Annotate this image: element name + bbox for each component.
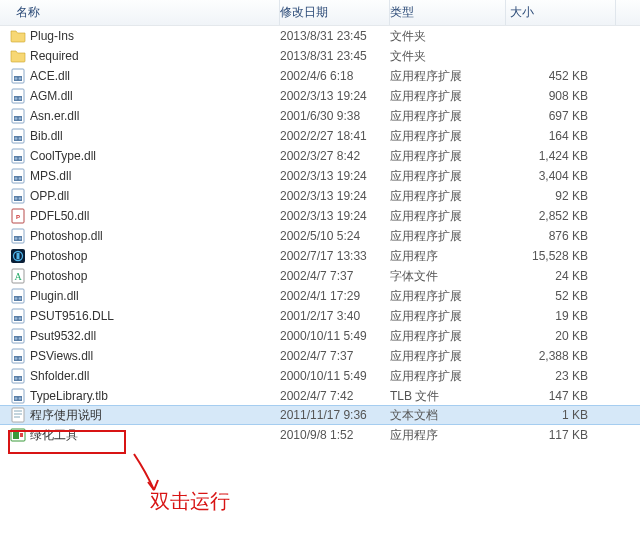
file-type-cell: 应用程序扩展 (390, 328, 506, 345)
svg-point-26 (15, 197, 18, 200)
svg-rect-36 (17, 253, 20, 259)
file-row[interactable]: OPP.dll2002/3/13 19:24应用程序扩展92 KB (0, 186, 640, 206)
file-date-cell: 2001/2/17 3:40 (280, 309, 390, 323)
file-name-cell: 程序使用说明 (6, 407, 280, 424)
file-row[interactable]: PSViews.dll2002/4/7 7:37应用程序扩展2,388 KB (0, 346, 640, 366)
file-row[interactable]: Photoshop2002/7/17 13:33应用程序15,528 KB (0, 246, 640, 266)
dll-icon (10, 108, 26, 124)
file-type-cell: TLB 文件 (390, 388, 506, 405)
svg-point-3 (19, 77, 22, 80)
file-name-label: 程序使用说明 (30, 407, 102, 424)
folder-icon (10, 28, 26, 44)
file-type-cell: 应用程序扩展 (390, 128, 506, 145)
dll-icon (10, 168, 26, 184)
file-name-label: TypeLibrary.tlb (30, 389, 108, 403)
file-row[interactable]: Shfolder.dll2000/10/11 5:49应用程序扩展23 KB (0, 366, 640, 386)
file-name-label: MPS.dll (30, 169, 71, 183)
file-name-label: CoolType.dll (30, 149, 96, 163)
dll-icon (10, 308, 26, 324)
file-type-cell: 应用程序扩展 (390, 348, 506, 365)
svg-point-61 (15, 397, 18, 400)
svg-rect-63 (12, 408, 24, 422)
svg-point-2 (15, 77, 18, 80)
svg-point-18 (15, 157, 18, 160)
file-row[interactable]: Plug-Ins2013/8/31 23:45文件夹 (0, 26, 640, 46)
file-type-cell: 应用程序扩展 (390, 188, 506, 205)
font-icon: A (10, 268, 26, 284)
file-row[interactable]: TypeLibrary.tlb2002/4/7 7:42TLB 文件147 KB (0, 386, 640, 406)
svg-point-57 (15, 377, 18, 380)
svg-point-41 (15, 297, 18, 300)
svg-point-10 (15, 117, 18, 120)
file-type-cell: 文件夹 (390, 28, 506, 45)
file-name-cell: Plug-Ins (6, 28, 280, 44)
file-row[interactable]: PPDFL50.dll2002/3/13 19:24应用程序扩展2,852 KB (0, 206, 640, 226)
file-size-cell: 1 KB (506, 408, 616, 422)
dll-icon (10, 388, 26, 404)
svg-point-54 (19, 357, 22, 360)
file-row[interactable]: APhotoshop2002/4/7 7:37字体文件24 KB (0, 266, 640, 286)
file-size-cell: 117 KB (506, 428, 616, 442)
file-type-cell: 应用程序扩展 (390, 88, 506, 105)
file-type-cell: 应用程序 (390, 248, 506, 265)
file-row[interactable]: Asn.er.dll2001/6/30 9:38应用程序扩展697 KB (0, 106, 640, 126)
file-name-cell: APhotoshop (6, 268, 280, 284)
file-name-cell: PSUT9516.DLL (6, 308, 280, 324)
file-date-cell: 2002/3/13 19:24 (280, 89, 390, 103)
file-row[interactable]: Required2013/8/31 23:45文件夹 (0, 46, 640, 66)
file-row[interactable]: CoolType.dll2002/3/27 8:42应用程序扩展1,424 KB (0, 146, 640, 166)
file-name-label: PSViews.dll (30, 349, 93, 363)
svg-point-32 (15, 237, 18, 240)
file-row[interactable]: 绿化工具2010/9/8 1:52应用程序117 KB (0, 425, 640, 445)
column-header-size[interactable]: 大小 (506, 0, 616, 25)
svg-point-45 (15, 317, 18, 320)
file-row[interactable]: PSUT9516.DLL2001/2/17 3:40应用程序扩展19 KB (0, 306, 640, 326)
svg-text:A: A (14, 271, 22, 282)
file-name-cell: Photoshop (6, 248, 280, 264)
svg-point-50 (19, 337, 22, 340)
file-name-cell: ACE.dll (6, 68, 280, 84)
file-name-label: Psut9532.dll (30, 329, 96, 343)
file-row[interactable]: Plugin.dll2002/4/1 17:29应用程序扩展52 KB (0, 286, 640, 306)
file-type-cell: 文件夹 (390, 48, 506, 65)
file-row[interactable]: ACE.dll2002/4/6 6:18应用程序扩展452 KB (0, 66, 640, 86)
file-name-cell: Plugin.dll (6, 288, 280, 304)
file-date-cell: 2002/4/7 7:37 (280, 349, 390, 363)
column-header-name[interactable]: 名称 (6, 0, 280, 25)
file-row[interactable]: AGM.dll2002/3/13 19:24应用程序扩展908 KB (0, 86, 640, 106)
column-header-type[interactable]: 类型 (390, 0, 506, 25)
file-name-cell: AGM.dll (6, 88, 280, 104)
svg-point-58 (19, 377, 22, 380)
file-date-cell: 2002/3/13 19:24 (280, 189, 390, 203)
dll-icon (10, 288, 26, 304)
file-date-cell: 2002/3/27 8:42 (280, 149, 390, 163)
file-date-cell: 2011/11/17 9:36 (280, 408, 390, 422)
file-row[interactable]: MPS.dll2002/3/13 19:24应用程序扩展3,404 KB (0, 166, 640, 186)
file-date-cell: 2000/10/11 5:49 (280, 369, 390, 383)
svg-point-46 (19, 317, 22, 320)
file-type-cell: 应用程序扩展 (390, 208, 506, 225)
file-name-cell: Shfolder.dll (6, 368, 280, 384)
file-name-cell: PSViews.dll (6, 348, 280, 364)
file-date-cell: 2013/8/31 23:45 (280, 49, 390, 63)
file-name-cell: 绿化工具 (6, 427, 280, 444)
file-row[interactable]: 程序使用说明2011/11/17 9:36文本文档1 KB (0, 405, 640, 425)
file-name-label: Photoshop (30, 249, 87, 263)
svg-point-49 (15, 337, 18, 340)
column-header-date[interactable]: 修改日期 (280, 0, 390, 25)
dll-icon (10, 88, 26, 104)
file-name-label: Plug-Ins (30, 29, 74, 43)
file-name-label: Shfolder.dll (30, 369, 89, 383)
dll-icon (10, 128, 26, 144)
file-row[interactable]: Bib.dll2002/2/27 18:41应用程序扩展164 KB (0, 126, 640, 146)
dll-icon (10, 68, 26, 84)
file-type-cell: 应用程序扩展 (390, 148, 506, 165)
file-row[interactable]: Photoshop.dll2002/5/10 5:24应用程序扩展876 KB (0, 226, 640, 246)
file-size-cell: 52 KB (506, 289, 616, 303)
file-type-cell: 字体文件 (390, 268, 506, 285)
file-row[interactable]: Psut9532.dll2000/10/11 5:49应用程序扩展20 KB (0, 326, 640, 346)
svg-point-6 (15, 97, 18, 100)
svg-point-7 (19, 97, 22, 100)
file-size-cell: 147 KB (506, 389, 616, 403)
file-date-cell: 2002/2/27 18:41 (280, 129, 390, 143)
